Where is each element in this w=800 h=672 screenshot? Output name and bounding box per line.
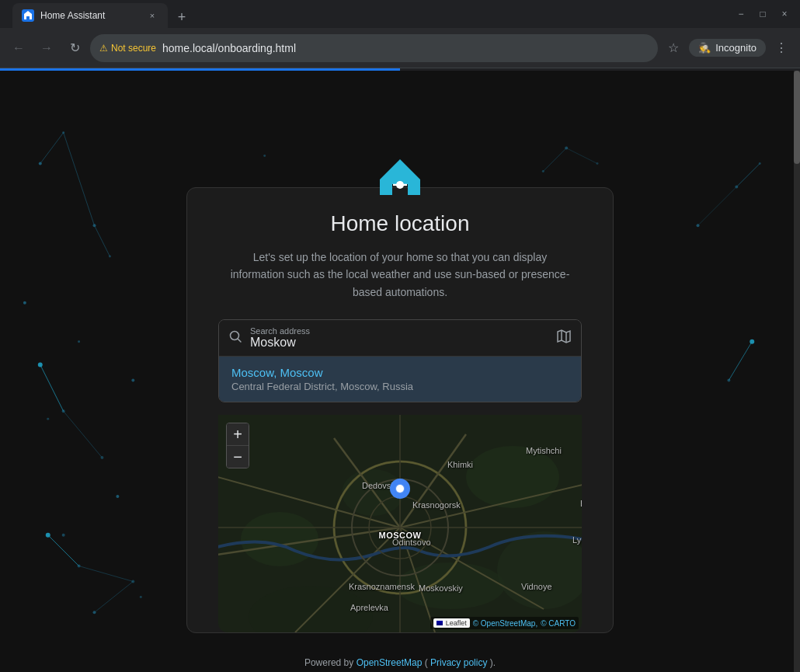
svg-point-1 bbox=[27, 17, 29, 19]
zoom-out-button[interactable]: − bbox=[227, 446, 249, 468]
suggestion-secondary: Central Federal District, Moscow, Russia bbox=[231, 381, 569, 392]
privacy-policy-link[interactable]: Privacy policy bbox=[430, 657, 487, 668]
svg-point-9 bbox=[47, 418, 49, 420]
svg-point-3 bbox=[62, 131, 64, 134]
url-text: home.local/onboarding.html bbox=[162, 42, 649, 54]
map-city-mytishchi: Mytishchi bbox=[526, 446, 562, 455]
osm-footer-link[interactable]: OpenStreetMap bbox=[357, 657, 423, 668]
svg-point-7 bbox=[78, 340, 80, 343]
bookmark-button[interactable]: ☆ bbox=[661, 36, 686, 61]
title-bar: Home Assistant × + − □ × bbox=[0, 0, 800, 28]
scrollbar-thumb[interactable] bbox=[794, 71, 800, 164]
page-description: Let's set up the location of your home s… bbox=[218, 249, 582, 301]
svg-point-38 bbox=[565, 147, 568, 150]
svg-line-13 bbox=[40, 133, 64, 164]
svg-line-14 bbox=[64, 133, 95, 226]
tab-title: Home Assistant bbox=[40, 10, 140, 21]
map-pin bbox=[389, 478, 411, 510]
close-tab-button[interactable]: × bbox=[146, 9, 158, 22]
svg-point-31 bbox=[750, 339, 754, 344]
svg-point-22 bbox=[78, 565, 81, 568]
svg-point-32 bbox=[727, 378, 730, 381]
ha-logo-container bbox=[374, 148, 426, 204]
scrollbar[interactable] bbox=[794, 71, 800, 672]
browser-window: Home Assistant × + − □ × ← → ↻ ⚠ Not sec… bbox=[0, 0, 800, 672]
address-bar[interactable]: ⚠ Not secure home.local/onboarding.html bbox=[90, 34, 658, 62]
leaflet-badge: Leaflet bbox=[433, 618, 470, 628]
svg-point-12 bbox=[140, 596, 142, 598]
suggestion-primary: Moscow, Moscow bbox=[231, 366, 569, 379]
svg-point-70 bbox=[396, 485, 404, 493]
toolbar: ← → ↻ ⚠ Not secure home.local/onboarding… bbox=[0, 28, 800, 68]
search-input-area[interactable]: Search address Moskow bbox=[250, 326, 548, 350]
new-tab-button[interactable]: + bbox=[171, 6, 193, 28]
svg-point-24 bbox=[93, 611, 96, 614]
svg-point-36 bbox=[263, 155, 266, 157]
search-container: Search address Moskow Moscow, Mos bbox=[218, 319, 582, 402]
security-warning: ⚠ Not secure bbox=[99, 43, 156, 54]
svg-line-20 bbox=[64, 411, 103, 458]
back-button[interactable]: ← bbox=[6, 36, 31, 61]
search-icon bbox=[228, 329, 242, 346]
svg-point-6 bbox=[23, 301, 26, 305]
close-window-button[interactable]: × bbox=[775, 5, 794, 23]
incognito-icon: 🕵 bbox=[698, 42, 711, 54]
page-content: Home location Let's set up the location … bbox=[0, 71, 800, 672]
map-city-lyubertsy: Lyubertsy bbox=[572, 535, 582, 545]
map-city-balashikha: Balashikha bbox=[580, 499, 582, 508]
warning-icon: ⚠ bbox=[99, 43, 108, 54]
browser-menu-button[interactable]: ⋮ bbox=[769, 36, 794, 61]
zoom-in-button[interactable]: + bbox=[227, 423, 249, 445]
svg-line-34 bbox=[698, 164, 760, 226]
svg-point-49 bbox=[241, 512, 318, 566]
svg-line-25 bbox=[48, 535, 79, 566]
svg-line-27 bbox=[95, 581, 134, 612]
map-city-khimki: Khimki bbox=[447, 460, 473, 469]
svg-point-37 bbox=[542, 170, 544, 172]
tab-favicon bbox=[22, 9, 34, 22]
map-city-krasnoznamensk: Krasnoznamensk bbox=[349, 582, 415, 591]
forward-button[interactable]: → bbox=[34, 36, 59, 61]
osm-attribution-link[interactable]: © OpenStreetMap, bbox=[473, 619, 538, 628]
svg-line-40 bbox=[543, 148, 566, 172]
suggestion-item[interactable]: Moscow, Moscow Central Federal District,… bbox=[219, 357, 581, 402]
minimize-button[interactable]: − bbox=[732, 5, 750, 23]
svg-point-10 bbox=[116, 495, 119, 498]
svg-point-5 bbox=[109, 256, 111, 258]
map-container[interactable]: Fryazino Mytishchi Shchyolkovo Khimki Ba… bbox=[218, 415, 582, 632]
active-tab[interactable]: Home Assistant × bbox=[12, 3, 168, 28]
ha-logo bbox=[374, 148, 426, 201]
page-title: Home location bbox=[218, 211, 582, 236]
map-zoom-controls: + − bbox=[226, 423, 249, 468]
search-field[interactable]: Search address Moskow bbox=[219, 320, 581, 356]
svg-point-16 bbox=[38, 363, 43, 367]
incognito-badge[interactable]: 🕵 Incognito bbox=[689, 39, 766, 57]
carto-attribution-link[interactable]: © CARTO bbox=[541, 619, 576, 628]
svg-line-44 bbox=[238, 339, 242, 343]
svg-line-33 bbox=[736, 164, 760, 187]
svg-point-11 bbox=[62, 534, 65, 537]
svg-point-48 bbox=[466, 446, 559, 508]
svg-point-39 bbox=[597, 162, 599, 165]
svg-point-43 bbox=[231, 332, 239, 340]
svg-line-19 bbox=[40, 365, 64, 412]
window-controls: − □ × bbox=[732, 5, 794, 23]
map-toggle-icon[interactable] bbox=[556, 329, 572, 347]
map-attribution: Leaflet © OpenStreetMap, © CARTO bbox=[430, 617, 579, 629]
search-value: Moskow bbox=[250, 336, 296, 349]
map-city-vidnoye: Vidnoye bbox=[521, 582, 552, 591]
svg-point-29 bbox=[759, 162, 761, 165]
svg-point-21 bbox=[46, 533, 50, 538]
reload-button[interactable]: ↻ bbox=[62, 36, 87, 61]
svg-line-26 bbox=[79, 566, 134, 582]
svg-line-15 bbox=[95, 225, 110, 256]
map-moscow-label: MOSCOW bbox=[379, 531, 422, 540]
svg-line-41 bbox=[566, 148, 597, 164]
svg-line-35 bbox=[729, 342, 752, 381]
main-card: Home location Let's set up the location … bbox=[186, 187, 614, 633]
svg-point-18 bbox=[100, 456, 103, 459]
svg-point-4 bbox=[93, 224, 96, 227]
search-label: Search address bbox=[250, 326, 548, 336]
maximize-button[interactable]: □ bbox=[753, 5, 772, 23]
map-city-moskovskiy: Moskovskiy bbox=[419, 583, 463, 593]
